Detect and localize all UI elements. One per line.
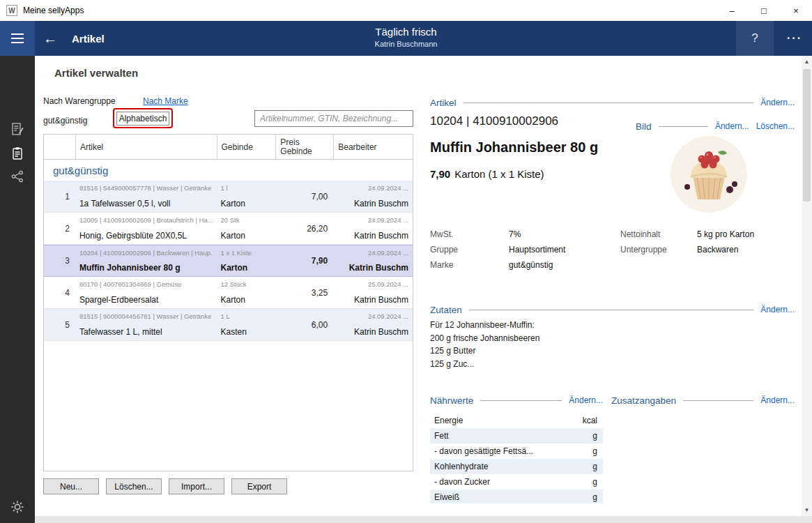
sidebar-item-settings[interactable]: [10, 499, 25, 515]
artikel-aendern-link[interactable]: Ändern...: [760, 98, 795, 107]
zusatzangaben-section-header: Zusatzangaben Ändern...: [611, 394, 795, 407]
nettoinhalt-value: 5 kg pro Karton: [697, 229, 754, 239]
scroll-down-icon[interactable]: ▼: [802, 504, 812, 516]
zutaten-aendern-link[interactable]: Ändern...: [760, 305, 795, 314]
article-table: Artikel Gebinde PreisGebinde Bearbeiter …: [43, 134, 413, 471]
col-header-gebinde: Gebinde: [217, 135, 276, 159]
naehrwert-row: Eiweißg: [430, 490, 603, 503]
header-title: Artikel: [72, 21, 105, 56]
header-center: Täglich frisch Katrin Buschmann: [0, 26, 812, 48]
zusatzangaben-section-title: Zusatzangaben: [611, 395, 676, 406]
bild-aendern-link[interactable]: Ändern...: [715, 121, 749, 131]
loeschen-button[interactable]: Löschen...: [106, 478, 162, 494]
table-header-row: Artikel Gebinde PreisGebinde Bearbeiter: [44, 135, 413, 160]
naehrwerte-table: Energiekcal Fettg - davon gesättigte Fet…: [430, 413, 603, 503]
back-button[interactable]: ←: [43, 21, 57, 56]
nettoinhalt-label: Nettoinhalt: [620, 229, 660, 239]
main-content: Artikel verwalten Nach Warengruppe Nach …: [35, 56, 802, 516]
col-header-preis-gebinde: PreisGebinde: [275, 135, 333, 159]
article-row[interactable]: 1 81516 | 5449000057778 | Wasser | Geträ…: [44, 181, 413, 213]
user-name: Katrin Buschmann: [0, 40, 812, 48]
untergruppe-value: Backwaren: [697, 245, 738, 255]
window-controls: – □ ×: [716, 0, 812, 21]
article-row[interactable]: 4 80170 | 4007801304869 | GemüseSpargel-…: [44, 277, 413, 309]
bild-loeschen-link[interactable]: Löschen...: [756, 121, 795, 131]
zusatzangaben-aendern-link[interactable]: Ändern...: [760, 395, 795, 405]
share-nodes-icon: [10, 169, 24, 183]
article-price-unit: Karton (1 x 1 Kiste): [454, 168, 544, 180]
mwst-label: MwSt.: [430, 229, 453, 239]
naehrwerte-section-header: Nährwerte Ändern...: [430, 394, 603, 407]
marke-value: gut&günstig: [509, 260, 553, 270]
bild-section-header: Bild Ändern... Löschen...: [636, 120, 795, 132]
sidebar: [0, 56, 35, 523]
more-options-button[interactable]: ···: [779, 21, 810, 56]
search-input[interactable]: [254, 110, 413, 127]
marke-label: Marke: [430, 260, 453, 270]
col-header-index: [44, 135, 75, 159]
minimize-button[interactable]: –: [716, 0, 748, 21]
window-titlebar: W Meine sellyApps – □ ×: [0, 0, 812, 21]
clipboard-icon: [10, 146, 24, 160]
gruppe-label: Gruppe: [430, 245, 458, 255]
naehrwert-row: - davon Zuckerg: [430, 474, 603, 490]
zutaten-section-header: Zutaten Ändern...: [430, 303, 795, 316]
page-title: Artikel verwalten: [54, 67, 138, 79]
vertical-scrollbar[interactable]: ▲ ▼: [802, 56, 812, 516]
status-bar: [35, 516, 812, 523]
close-button[interactable]: ×: [780, 0, 812, 21]
untergruppe-label: Untergruppe: [620, 245, 667, 255]
hamburger-menu-icon[interactable]: [0, 21, 35, 56]
import-button[interactable]: Import...: [169, 478, 224, 494]
group-header: gut&günstig: [44, 160, 413, 181]
article-name: Muffin Johannisbeer 80 g: [430, 139, 598, 156]
tab-nach-warengruppe[interactable]: Nach Warengruppe: [43, 96, 116, 106]
brand-filter-label: gut&günstig: [43, 116, 87, 126]
col-header-bearbeiter: Bearbeiter: [333, 135, 413, 159]
zutaten-section-title: Zutaten: [430, 305, 462, 315]
maximize-button[interactable]: □: [748, 0, 780, 21]
artikel-section-header: Artikel Ändern...: [430, 96, 795, 109]
document-pen-icon: [10, 122, 24, 136]
gruppe-value: Hauptsortiment: [509, 245, 565, 255]
col-header-artikel: Artikel: [75, 135, 217, 159]
help-button[interactable]: ?: [736, 21, 774, 56]
article-price-line: 7,90Karton (1 x 1 Kiste): [430, 168, 544, 180]
zutaten-text: Für 12 Johannisbeer-Muffin: 200 g frisch…: [430, 319, 539, 370]
gear-icon: [10, 500, 24, 514]
article-row[interactable]: 2 12005 | 4100910002609 | Brotaufstrich …: [44, 213, 413, 245]
bild-section-title: Bild: [636, 121, 652, 132]
mwst-value: 7%: [509, 229, 521, 239]
naehrwerte-section-title: Nährwerte: [430, 395, 473, 406]
tab-nach-marke[interactable]: Nach Marke: [143, 96, 188, 106]
sidebar-item-artikel[interactable]: [10, 146, 25, 161]
window-title: Meine sellyApps: [23, 6, 84, 15]
article-row[interactable]: 5 81515 | 9000004456781 | Wasser | Geträ…: [44, 309, 413, 341]
article-image: [671, 136, 747, 213]
sidebar-item-share[interactable]: [10, 169, 25, 184]
naehrwert-row: - davon gesättigte Fettsä...g: [430, 444, 603, 459]
app-icon: W: [6, 5, 17, 16]
naehrwerte-aendern-link[interactable]: Ändern...: [569, 395, 603, 405]
neu-button[interactable]: Neu...: [43, 478, 99, 494]
export-button[interactable]: Export: [231, 478, 287, 494]
artikel-section-title: Artikel: [430, 98, 457, 108]
naehrwert-row: Fettg: [430, 428, 603, 444]
shop-name: Täglich frisch: [0, 26, 812, 38]
naehrwert-row: Energiekcal: [430, 413, 603, 428]
naehrwert-row: Kohlenhydrateg: [430, 459, 603, 474]
scroll-up-icon[interactable]: ▲: [802, 56, 812, 68]
article-row-selected[interactable]: 3 10204 | 4100910002906 | Backwaren | Ha…: [44, 245, 413, 277]
scrollbar-thumb[interactable]: [803, 69, 811, 202]
article-number: 10204 | 4100910002906: [430, 114, 558, 128]
sidebar-item-orders[interactable]: [10, 121, 25, 137]
app-header: ← Artikel Täglich frisch Katrin Buschman…: [0, 21, 812, 56]
article-price: 7,90: [430, 168, 450, 180]
alphabetisch-button[interactable]: Alphabetisch: [116, 112, 169, 126]
